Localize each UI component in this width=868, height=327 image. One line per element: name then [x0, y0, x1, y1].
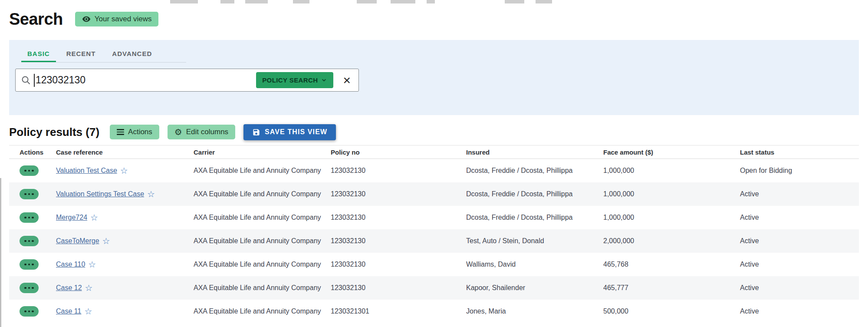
row-actions-button[interactable] [20, 283, 39, 293]
star-icon[interactable]: ☆ [120, 166, 128, 175]
actions-button-label: Actions [128, 128, 152, 136]
actions-button[interactable]: Actions [110, 125, 159, 139]
row-actions-button[interactable] [20, 189, 39, 199]
search-tabs: BASIC RECENT ADVANCED [21, 45, 186, 63]
policy-no-cell: 123032130 [331, 167, 466, 175]
tab-recent-label: RECENT [66, 50, 96, 57]
close-icon: × [343, 73, 351, 87]
row-actions-cell [9, 306, 56, 317]
results-table: Actions Case reference Carrier Policy no… [9, 145, 859, 323]
face-amount-cell: 1,000,000 [603, 190, 740, 198]
gear-icon: ⚙ [174, 128, 182, 136]
insured-cell: Jones, Maria [466, 307, 603, 315]
table-row: Case 11 ☆ AXA Equitable Life and Annuity… [9, 300, 859, 323]
tab-advanced-label: ADVANCED [112, 50, 152, 57]
insured-cell: Test, Auto / Stein, Donald [466, 237, 603, 245]
row-actions-button[interactable] [20, 306, 39, 317]
star-icon[interactable]: ☆ [147, 190, 155, 198]
policy-search-button[interactable]: POLICY SEARCH [256, 72, 333, 88]
tab-basic[interactable]: BASIC [21, 45, 56, 62]
results-heading: Policy results (7) [9, 126, 99, 139]
last-status-cell: Active [740, 261, 859, 268]
row-actions-button[interactable] [20, 236, 39, 246]
case-reference-link[interactable]: Valuation Test Case [56, 167, 117, 175]
left-scrollbar-thumb[interactable] [0, 178, 1, 327]
search-input[interactable]: 123032130 POLICY SEARCH × [15, 69, 359, 92]
policy-no-cell: 123032130 [331, 190, 466, 198]
case-reference-cell: CaseToMerge ☆ [56, 237, 194, 245]
browser-chrome-fragment [536, 0, 552, 3]
insured-cell: Walliams, David [466, 261, 603, 268]
tab-recent[interactable]: RECENT [60, 45, 102, 62]
column-header-carrier: Carrier [194, 149, 331, 156]
page: Search Your saved views BASIC RECENT ADV… [0, 0, 868, 323]
browser-chrome-fragment [293, 0, 309, 3]
carrier-cell: AXA Equitable Life and Annuity Company [194, 237, 331, 245]
ellipsis-icon [24, 264, 26, 266]
hamburger-icon [117, 129, 124, 135]
star-icon[interactable]: ☆ [85, 284, 93, 292]
edit-columns-label: Edit columns [186, 128, 228, 136]
case-reference-cell: Case 11 ☆ [56, 307, 194, 316]
policy-no-cell: 123032130 [331, 261, 466, 268]
case-reference-link[interactable]: Valuation Settings Test Case [56, 190, 144, 198]
table-body: Valuation Test Case ☆ AXA Equitable Life… [9, 159, 859, 323]
page-header: Search Your saved views [9, 9, 859, 30]
screen: Search Your saved views BASIC RECENT ADV… [0, 0, 868, 327]
edit-columns-button[interactable]: ⚙ Edit columns [168, 125, 235, 139]
ellipsis-icon [24, 310, 26, 313]
star-icon[interactable]: ☆ [84, 307, 92, 316]
row-actions-cell [9, 283, 56, 293]
case-reference-link[interactable]: Case 11 [56, 307, 81, 315]
save-view-label: SAVE THIS VIEW [265, 128, 327, 136]
column-header-face-amount: Face amount ($) [603, 149, 740, 156]
face-amount-cell: 500,000 [603, 307, 740, 315]
page-title: Search [9, 10, 63, 29]
row-actions-button[interactable] [20, 259, 39, 270]
case-reference-link[interactable]: CaseToMerge [56, 237, 99, 245]
table-row: Valuation Test Case ☆ AXA Equitable Life… [9, 159, 859, 182]
table-row: Case 12 ☆ AXA Equitable Life and Annuity… [9, 276, 859, 300]
face-amount-cell: 2,000,000 [603, 237, 740, 245]
column-header-last-status: Last status [740, 149, 859, 156]
star-icon[interactable]: ☆ [90, 213, 98, 222]
case-reference-link[interactable]: Case 12 [56, 284, 82, 292]
carrier-cell: AXA Equitable Life and Annuity Company [194, 190, 331, 198]
search-panel: BASIC RECENT ADVANCED 123032130 [9, 40, 859, 115]
column-header-case-reference: Case reference [56, 149, 194, 156]
policy-no-cell: 123032130 [331, 214, 466, 221]
carrier-cell: AXA Equitable Life and Annuity Company [194, 307, 331, 315]
star-icon[interactable]: ☆ [102, 237, 110, 245]
table-row: Valuation Settings Test Case ☆ AXA Equit… [9, 182, 859, 206]
last-status-cell: Active [740, 307, 859, 315]
carrier-cell: AXA Equitable Life and Annuity Company [194, 261, 331, 268]
browser-chrome-fragment [245, 0, 268, 3]
policy-no-cell: 1230321301 [331, 307, 466, 315]
policy-no-cell: 123032130 [331, 284, 466, 292]
clear-search-button[interactable]: × [343, 74, 351, 87]
eye-icon [82, 15, 91, 23]
save-view-button[interactable]: SAVE THIS VIEW [243, 124, 336, 140]
column-header-actions: Actions [9, 149, 56, 156]
ellipsis-icon [24, 217, 26, 219]
face-amount-cell: 1,000,000 [603, 167, 740, 175]
ellipsis-icon [24, 287, 26, 289]
policy-no-cell: 123032130 [331, 237, 466, 245]
table-row: Merge724 ☆ AXA Equitable Life and Annuit… [9, 206, 859, 229]
browser-chrome-fragments [0, 0, 868, 3]
saved-views-button[interactable]: Your saved views [75, 12, 159, 26]
row-actions-cell [9, 212, 56, 223]
row-actions-button[interactable] [20, 165, 39, 176]
face-amount-cell: 465,777 [603, 284, 740, 292]
face-amount-cell: 465,768 [603, 261, 740, 268]
tab-advanced[interactable]: ADVANCED [106, 45, 158, 62]
results-bar: Policy results (7) Actions ⚙ Edit column… [9, 123, 859, 141]
case-reference-link[interactable]: Case 110 [56, 261, 85, 268]
last-status-cell: Active [740, 284, 859, 292]
star-icon[interactable]: ☆ [88, 260, 96, 269]
case-reference-cell: Valuation Test Case ☆ [56, 166, 194, 175]
ellipsis-icon [24, 170, 26, 172]
case-reference-link[interactable]: Merge724 [56, 214, 87, 221]
row-actions-button[interactable] [20, 212, 39, 223]
case-reference-cell: Valuation Settings Test Case ☆ [56, 190, 194, 198]
